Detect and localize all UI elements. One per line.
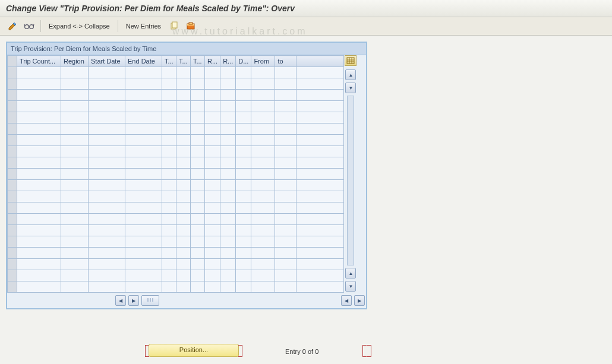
grid-cell[interactable] [236,146,251,157]
grid-cell[interactable] [89,270,125,281]
scroll-up-button-2[interactable]: ▲ [345,268,356,278]
column-header[interactable]: D... [236,56,251,67]
row-selector[interactable] [8,180,17,191]
grid-cell[interactable] [125,248,162,259]
grid-cell[interactable] [176,90,191,101]
grid-cell[interactable] [236,101,251,112]
grid-cell[interactable] [275,259,296,270]
row-selector[interactable] [8,214,17,225]
table-row[interactable] [8,124,344,135]
variant-icon[interactable] [184,20,197,33]
grid-cell[interactable] [191,112,205,124]
grid-cell[interactable] [61,124,89,135]
grid-cell[interactable] [220,225,236,236]
grid-cell[interactable] [125,225,162,236]
grid-cell[interactable] [89,236,125,248]
grid-cell[interactable] [205,124,220,135]
grid-cell[interactable] [191,225,205,236]
grid-cell[interactable] [162,225,176,236]
grid-cell[interactable] [296,157,344,169]
grid-cell[interactable] [89,146,125,157]
grid-cell[interactable] [125,124,162,135]
row-selector[interactable] [8,90,17,101]
grid-cell[interactable] [236,270,251,281]
grid-cell[interactable] [176,124,191,135]
grid-cell[interactable] [205,180,220,191]
grid-cell[interactable] [296,169,344,180]
grid-cell[interactable] [275,90,296,101]
grid-cell[interactable] [220,101,236,112]
grid-cell[interactable] [296,67,344,78]
grid-cell[interactable] [251,214,275,225]
grid-cell[interactable] [275,78,296,90]
grid-cell[interactable] [176,67,191,78]
grid-cell[interactable] [191,270,205,281]
row-selector[interactable] [8,124,17,135]
grid-cell[interactable] [162,191,176,202]
row-selector[interactable] [8,191,17,202]
grid-cell[interactable] [17,169,61,180]
grid-cell[interactable] [17,202,61,214]
grid-cell[interactable] [125,270,162,281]
grid-cell[interactable] [236,191,251,202]
grid-cell[interactable] [125,169,162,180]
grid-cell[interactable] [162,90,176,101]
table-row[interactable] [8,78,344,90]
grid-cell[interactable] [89,112,125,124]
grid-cell[interactable] [205,135,220,146]
grid-cell[interactable] [176,169,191,180]
grid-cell[interactable] [17,78,61,90]
grid-cell[interactable] [191,180,205,191]
grid-cell[interactable] [220,248,236,259]
grid-cell[interactable] [89,169,125,180]
grid-cell[interactable] [176,281,191,293]
grid-cell[interactable] [162,202,176,214]
grid-cell[interactable] [125,236,162,248]
grid-cell[interactable] [236,214,251,225]
grid-cell[interactable] [220,169,236,180]
grid-cell[interactable] [17,248,61,259]
grid-cell[interactable] [220,90,236,101]
grid-cell[interactable] [162,112,176,124]
grid-cell[interactable] [125,146,162,157]
grid-cell[interactable] [125,67,162,78]
grid-cell[interactable] [296,248,344,259]
row-selector[interactable] [8,112,17,124]
grid-cell[interactable] [162,124,176,135]
table-row[interactable] [8,180,344,191]
grid-cell[interactable] [220,78,236,90]
grid-cell[interactable] [275,157,296,169]
grid-cell[interactable] [205,281,220,293]
grid-cell[interactable] [275,135,296,146]
column-header[interactable]: Region [61,56,89,67]
grid-cell[interactable] [236,281,251,293]
scroll-right-button[interactable]: ▶ [128,295,139,306]
grid-cell[interactable] [205,101,220,112]
grid-cell[interactable] [275,146,296,157]
row-selector[interactable] [8,135,17,146]
grid-cell[interactable] [296,270,344,281]
grid-cell[interactable] [220,236,236,248]
grid-cell[interactable] [275,101,296,112]
grid-cell[interactable] [205,214,220,225]
grid-cell[interactable] [17,214,61,225]
grid-cell[interactable] [296,135,344,146]
grid-cell[interactable] [191,202,205,214]
grid-cell[interactable] [89,202,125,214]
grid-cell[interactable] [162,281,176,293]
grid-cell[interactable] [296,259,344,270]
grid-cell[interactable] [61,67,89,78]
grid-cell[interactable] [205,270,220,281]
grid-cell[interactable] [176,135,191,146]
grid-cell[interactable] [205,112,220,124]
column-header[interactable]: Trip Count... [17,56,61,67]
grid-cell[interactable] [176,101,191,112]
grid-cell[interactable] [191,124,205,135]
grid-cell[interactable] [17,146,61,157]
grid-cell[interactable] [236,78,251,90]
grid-cell[interactable] [61,78,89,90]
grid-cell[interactable] [162,157,176,169]
grid-cell[interactable] [17,281,61,293]
grid-cell[interactable] [89,225,125,236]
grid-cell[interactable] [89,90,125,101]
